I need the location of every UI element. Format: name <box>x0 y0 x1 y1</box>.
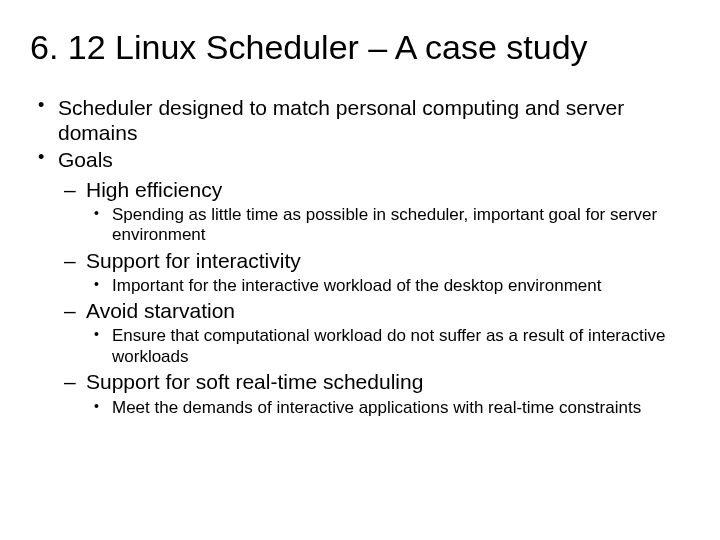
list-item: Meet the demands of interactive applicat… <box>86 398 690 418</box>
list-item: Support for soft real-time scheduling Me… <box>58 369 690 418</box>
list-item: Ensure that computational workload do no… <box>86 326 690 367</box>
sub-sub-list: Ensure that computational workload do no… <box>86 326 690 367</box>
sub-list: High efficiency Spending as little time … <box>58 177 690 418</box>
list-item: Scheduler designed to match personal com… <box>30 95 690 145</box>
list-item: Important for the interactive workload o… <box>86 276 690 296</box>
list-item: Avoid starvation Ensure that computation… <box>58 298 690 367</box>
list-item: Spending as little time as possible in s… <box>86 205 690 246</box>
list-item: High efficiency Spending as little time … <box>58 177 690 246</box>
list-item-label: High efficiency <box>86 178 222 201</box>
bullet-list: Scheduler designed to match personal com… <box>30 95 690 418</box>
sub-sub-list: Spending as little time as possible in s… <box>86 205 690 246</box>
list-item: Support for interactivity Important for … <box>58 248 690 297</box>
slide-title: 6. 12 Linux Scheduler – A case study <box>30 28 690 67</box>
list-item-label: Goals <box>58 148 113 171</box>
list-item-label: Support for interactivity <box>86 249 301 272</box>
list-item: Goals High efficiency Spending as little… <box>30 147 690 418</box>
sub-sub-list: Important for the interactive workload o… <box>86 276 690 296</box>
list-item-label: Avoid starvation <box>86 299 235 322</box>
sub-sub-list: Meet the demands of interactive applicat… <box>86 398 690 418</box>
list-item-label: Support for soft real-time scheduling <box>86 370 423 393</box>
